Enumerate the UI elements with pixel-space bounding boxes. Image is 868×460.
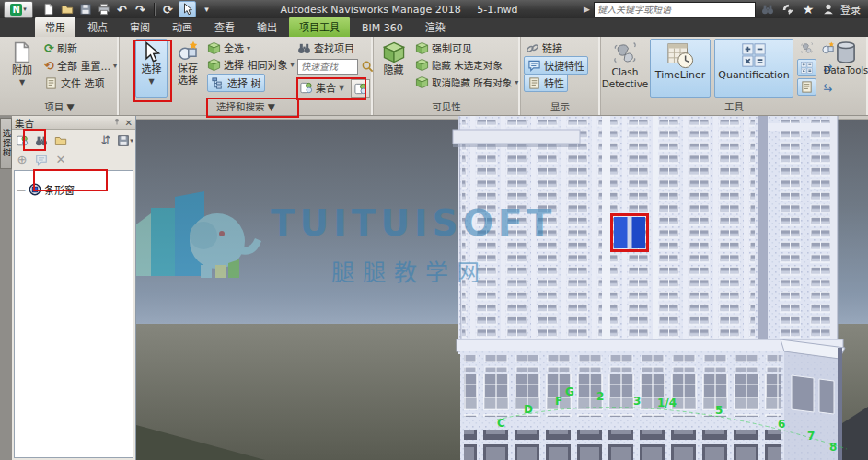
redo-button[interactable]: ↷	[133, 2, 148, 17]
building-model[interactable]	[453, 116, 845, 460]
tab-item-tools[interactable]: 项目工具	[289, 17, 350, 37]
clash-detective-button[interactable]: Clash Detective	[604, 39, 646, 98]
ribbon-tab-bar: 常用 视点 审阅 动画 查看 输出 项目工具 BIM 360 渲染	[0, 18, 868, 37]
select-button[interactable]: 选择 ▼	[135, 39, 168, 98]
properties-icon	[527, 76, 541, 90]
select-all-button[interactable]: 全选 ▾	[207, 40, 250, 56]
require-button[interactable]: 强制可见	[415, 40, 472, 56]
hide-unselected-button[interactable]: 隐藏 未选定对象	[415, 56, 503, 73]
hide-icon	[382, 40, 406, 64]
timeliner-icon	[666, 41, 694, 69]
svg-text:1/4: 1/4	[657, 397, 677, 409]
chevron-down-icon: ▾	[130, 137, 133, 144]
timeliner-button[interactable]: TimeLiner	[650, 39, 711, 98]
find-items-icon	[297, 41, 311, 55]
properties-toggle[interactable]: 特性	[524, 74, 568, 92]
manage-sets-icon	[353, 82, 367, 96]
set-item-label: 条形窗	[44, 182, 75, 197]
quantification-button[interactable]: Quantification	[714, 39, 793, 98]
quick-access-toolbar: ↶ ↷ ⟳ ▾	[41, 1, 214, 17]
refresh-button[interactable]: ⟳	[160, 2, 176, 17]
selection-tree-vertical-tab[interactable]: 选择树	[0, 118, 12, 169]
find-items-button[interactable]: 查找项目	[297, 40, 354, 56]
navisworks-window: N ▾ ↶ ↷ ⟳ ▾ Autodesk Navisworks Manage 2…	[0, 0, 868, 460]
compare-button[interactable]	[797, 78, 816, 96]
open-file-button[interactable]	[59, 2, 75, 17]
selection-tree-icon	[211, 76, 225, 90]
links-icon	[526, 41, 539, 55]
find-sets-button[interactable]	[33, 132, 50, 149]
selection-tree-toggle[interactable]: 选择 树	[207, 74, 265, 92]
refresh-ribbon-button[interactable]: ⟳ 刷新	[44, 40, 77, 56]
tab-render[interactable]: 渲染	[415, 17, 456, 37]
file-options-button[interactable]: 文件 选项	[44, 75, 105, 91]
animator-icon	[800, 41, 814, 55]
app-title-text: Autodesk Navisworks Manage 2018	[280, 4, 460, 16]
new-folder-button[interactable]	[52, 132, 69, 149]
flyout-arrow-icon[interactable]: ▶	[584, 5, 590, 14]
quick-find-input[interactable]	[297, 59, 358, 75]
search-icon[interactable]	[759, 2, 776, 17]
unhide-all-button[interactable]: 取消隐藏 所有对象 ▾	[415, 74, 518, 90]
save-selection-button[interactable]: 保存 选择	[172, 39, 203, 98]
sets-tree[interactable]: — 条形窗	[14, 170, 133, 458]
animator-button[interactable]	[797, 40, 816, 57]
select-tool-button[interactable]	[179, 1, 196, 17]
quick-properties-toggle[interactable]: 快捷特性	[524, 56, 588, 75]
unhide-all-icon	[415, 75, 429, 89]
datatools-button[interactable]: DataTools	[825, 39, 867, 98]
quantification-icon	[740, 41, 768, 69]
file-options-icon	[44, 76, 58, 90]
sets-toolbar-row2: ⊕ ✕	[14, 151, 133, 168]
qat-customize-chevron[interactable]: ▾	[199, 2, 214, 17]
communication-center-icon[interactable]	[780, 2, 796, 17]
links-button[interactable]: 链接	[526, 40, 562, 56]
set-tree-item[interactable]: — 条形窗	[17, 182, 75, 197]
svg-text:6: 6	[778, 418, 785, 431]
select-same-button[interactable]: 选择 相同对象 ▾	[207, 56, 295, 73]
undo-button[interactable]: ↶	[114, 2, 130, 17]
pin-icon[interactable]	[112, 117, 122, 128]
reset-all-button[interactable]: ⟲ 全部 重置... ▾	[44, 57, 117, 74]
application-menu-button[interactable]: N ▾	[4, 1, 33, 18]
new-file-button[interactable]	[41, 2, 56, 17]
print-button[interactable]	[96, 2, 111, 17]
tab-viewpoint[interactable]: 视点	[77, 17, 118, 37]
user-account-icon[interactable]	[820, 2, 837, 17]
group-select-search: 选择 ▼ 保存 选择 全选 ▾ 选择 相同对象 ▾ 选择 树	[119, 37, 374, 115]
tab-bim360[interactable]: BIM 360	[352, 19, 413, 37]
clash-detective-icon	[612, 40, 638, 66]
add-comment-button[interactable]	[33, 152, 50, 168]
viewport-3d[interactable]: C D F G 2 3 1/4 5 6 7 8	[136, 116, 868, 460]
tab-output[interactable]: 输出	[247, 17, 287, 37]
chevron-down-icon: ▼	[339, 84, 344, 92]
selected-window[interactable]	[612, 215, 648, 251]
group-display-label: 显示	[520, 100, 600, 114]
help-search-input[interactable]	[594, 2, 756, 17]
group-select-search-label[interactable]: 选择和搜索 ▼	[119, 100, 373, 114]
sets-dropdown[interactable]: 集合 ▼	[299, 79, 344, 96]
manage-sets-button[interactable]	[351, 79, 370, 98]
append-button[interactable]: 附加 ▼	[6, 39, 39, 98]
window-title: Autodesk Navisworks Manage 2018 5-1.nwd	[216, 4, 582, 16]
save-selection-as-set-button[interactable]	[14, 132, 30, 149]
sets-panel-titlebar[interactable]: 集合 ✕	[12, 116, 135, 130]
favorites-star-icon[interactable]: ★	[800, 2, 816, 17]
appearance-profiler-button[interactable]	[797, 59, 816, 76]
tab-animation[interactable]: 动画	[162, 17, 203, 37]
hide-button[interactable]: 隐藏	[377, 39, 410, 98]
delete-set-button[interactable]: ✕	[52, 152, 69, 168]
duplicate-set-button[interactable]: ⊕	[14, 152, 30, 168]
sort-button[interactable]: ⇵	[98, 132, 114, 149]
tab-view[interactable]: 查看	[204, 17, 245, 37]
group-tools: Clash Detective TimeLiner Quantification…	[600, 37, 868, 115]
close-icon[interactable]: ✕	[125, 118, 133, 128]
quick-find-row	[297, 58, 375, 75]
tab-home[interactable]: 常用	[35, 17, 75, 37]
tab-review[interactable]: 审阅	[120, 17, 160, 37]
sign-in-link[interactable]: 登录	[840, 2, 861, 17]
save-button[interactable]	[77, 2, 93, 17]
navisworks-logo-icon: N	[10, 4, 22, 16]
import-export-button[interactable]: ▾	[117, 132, 133, 149]
group-project-label[interactable]: 项目 ▼	[0, 100, 119, 114]
